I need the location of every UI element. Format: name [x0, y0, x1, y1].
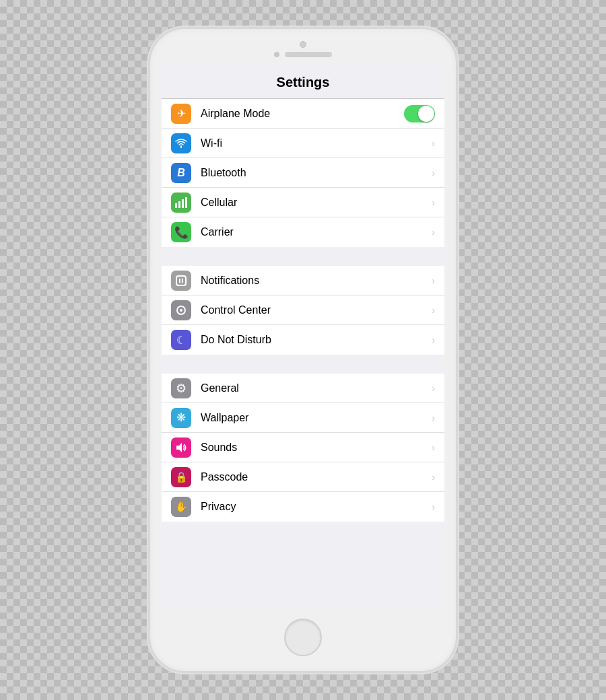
phone-frame: Settings ✈ Airplane Mode: [148, 27, 458, 673]
group-connectivity: ✈ Airplane Mode: [162, 99, 444, 247]
sounds-icon: [171, 438, 191, 458]
carrier-icon: 📞: [171, 222, 191, 242]
dnd-icon: ☾: [171, 330, 191, 350]
wifi-chevron: ›: [432, 138, 435, 149]
group-system: Notifications › Control Center ›: [162, 266, 444, 355]
bluetooth-label: Bluetooth: [201, 167, 428, 179]
bluetooth-chevron: ›: [432, 168, 435, 178]
privacy-label: Privacy: [201, 501, 428, 513]
settings-row-general[interactable]: ⚙ General ›: [162, 374, 444, 403]
settings-row-passcode[interactable]: 🔒 Passcode ›: [162, 462, 444, 492]
speaker-row: [274, 52, 332, 57]
privacy-icon: ✋: [171, 497, 191, 517]
sounds-chevron: ›: [432, 442, 435, 453]
svg-rect-6: [182, 279, 183, 283]
carrier-label: Carrier: [201, 226, 428, 238]
general-chevron: ›: [432, 383, 435, 394]
settings-row-carrier[interactable]: 📞 Carrier ›: [162, 217, 444, 247]
front-camera-icon: [274, 52, 279, 57]
general-label: General: [201, 382, 428, 394]
settings-row-notifications[interactable]: Notifications ›: [162, 266, 444, 295]
svg-rect-1: [178, 201, 180, 208]
settings-row-wallpaper[interactable]: ❋ Wallpaper ›: [162, 403, 444, 433]
airplane-mode-label: Airplane Mode: [201, 108, 404, 120]
notifications-label: Notifications: [201, 275, 428, 287]
settings-row-control-center[interactable]: Control Center ›: [162, 295, 444, 325]
control-center-icon: [171, 300, 191, 320]
phone-screen: Settings ✈ Airplane Mode: [162, 64, 444, 606]
wifi-icon: [171, 133, 191, 153]
cellular-icon: [171, 193, 191, 213]
svg-point-8: [180, 309, 182, 312]
general-icon: ⚙: [171, 378, 191, 398]
settings-header: Settings: [162, 64, 444, 99]
wifi-label: Wi-fi: [201, 137, 428, 149]
group-preferences: ⚙ General › ❋ Wallpaper ›: [162, 374, 444, 522]
cellular-chevron: ›: [432, 197, 435, 208]
control-center-chevron: ›: [432, 305, 435, 316]
svg-rect-5: [179, 279, 180, 283]
svg-rect-3: [185, 197, 187, 208]
passcode-icon: 🔒: [171, 467, 191, 487]
bluetooth-icon: B: [171, 163, 191, 183]
settings-row-privacy[interactable]: ✋ Privacy ›: [162, 492, 444, 522]
notifications-chevron: ›: [432, 275, 435, 286]
privacy-chevron: ›: [432, 501, 435, 512]
gap-2: [162, 355, 444, 374]
airplane-mode-icon: ✈: [171, 104, 191, 124]
sounds-label: Sounds: [201, 442, 428, 454]
settings-row-airplane-mode[interactable]: ✈ Airplane Mode: [162, 99, 444, 129]
settings-row-cellular[interactable]: Cellular ›: [162, 188, 444, 217]
settings-list: ✈ Airplane Mode: [162, 99, 444, 606]
cellular-label: Cellular: [201, 197, 428, 209]
gap-3: [162, 522, 444, 540]
dnd-label: Do Not Disturb: [201, 334, 428, 346]
settings-row-bluetooth[interactable]: B Bluetooth ›: [162, 158, 444, 188]
passcode-chevron: ›: [432, 472, 435, 483]
notifications-icon: [171, 271, 191, 291]
settings-title: Settings: [162, 75, 444, 90]
dnd-chevron: ›: [432, 335, 435, 345]
toggle-knob: [418, 106, 434, 122]
gap-1: [162, 247, 444, 266]
wallpaper-label: Wallpaper: [201, 412, 428, 424]
home-button[interactable]: [284, 619, 322, 656]
settings-row-sounds[interactable]: Sounds ›: [162, 433, 444, 462]
passcode-label: Passcode: [201, 471, 428, 483]
svg-rect-2: [182, 199, 184, 208]
svg-rect-0: [175, 203, 177, 208]
phone-top: [150, 29, 456, 64]
settings-row-wifi[interactable]: Wi-fi ›: [162, 129, 444, 158]
wallpaper-chevron: ›: [432, 413, 435, 423]
airplane-mode-toggle[interactable]: [404, 105, 435, 123]
phone-bottom: [150, 606, 456, 671]
speaker-grille: [285, 52, 332, 57]
wallpaper-icon: ❋: [171, 408, 191, 428]
camera-dot: [300, 41, 306, 48]
svg-marker-9: [176, 443, 182, 452]
control-center-label: Control Center: [201, 304, 428, 316]
settings-row-dnd[interactable]: ☾ Do Not Disturb ›: [162, 325, 444, 355]
carrier-chevron: ›: [432, 227, 435, 238]
svg-rect-4: [176, 276, 186, 285]
